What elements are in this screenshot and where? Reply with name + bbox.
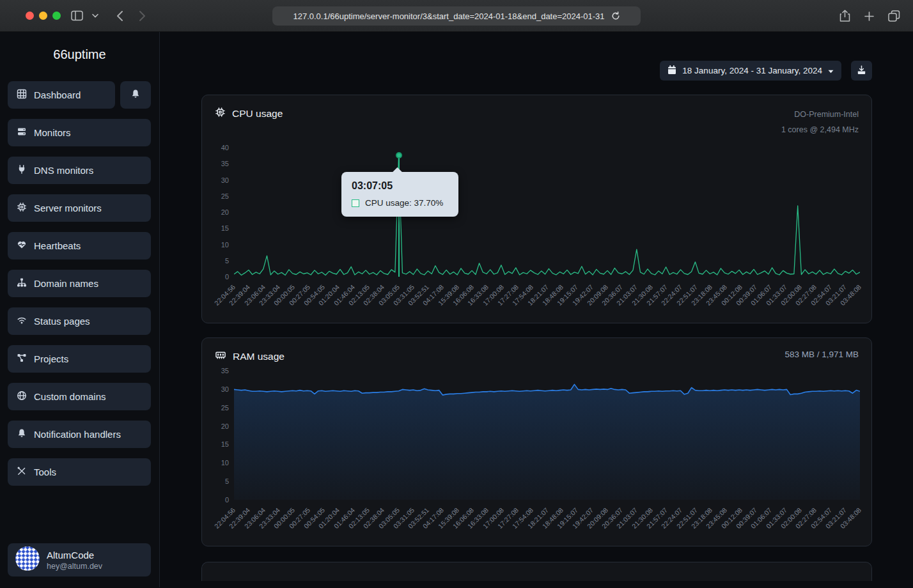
url-text: 127.0.0.1/66uptime/server-monitor/3&star… [293, 12, 604, 21]
chart-tooltip: 03:07:05 CPU usage: 37.70% [341, 172, 458, 217]
tooltip-series-swatch [352, 199, 359, 207]
sidebar-item-custom-domains[interactable]: Custom domains [8, 383, 151, 410]
url-field[interactable]: 127.0.0.1/66uptime/server-monitor/3&star… [272, 6, 641, 26]
reload-icon[interactable] [611, 12, 620, 20]
server-spec: 1 cores @ 2,494 MHz [781, 122, 859, 137]
bell-icon [17, 428, 27, 440]
date-range-picker[interactable]: 18 January, 2024 - 31 January, 2024 [660, 61, 841, 81]
tooltip-value: CPU usage: 37.70% [365, 198, 443, 208]
avatar [15, 546, 40, 573]
date-range-label: 18 January, 2024 - 31 January, 2024 [682, 66, 822, 75]
sidebar-item-label: Projects [34, 353, 68, 364]
download-icon [857, 65, 866, 77]
server-name: DO-Premium-Intel [781, 107, 859, 122]
share-icon[interactable] [839, 10, 850, 22]
bell-icon [130, 89, 141, 101]
minimize-window-button[interactable] [39, 12, 47, 20]
sidebar-item-heartbeats[interactable]: Heartbeats [8, 232, 151, 259]
sidebar-item-label: Heartbeats [34, 240, 81, 251]
cpu-chart-plot[interactable]: 03:07:05 CPU usage: 37.70% [234, 148, 860, 277]
sidebar-item-label: Dashboard [34, 89, 81, 100]
chart-title: CPU usage [232, 108, 283, 120]
user-name: AltumCode [47, 550, 102, 561]
main-content: 18 January, 2024 - 31 January, 2024 CPU … [160, 32, 913, 587]
sidebar-item-label: DNS monitors [34, 165, 93, 176]
memory-icon [215, 350, 226, 363]
sidebar-item-label: Server monitors [34, 203, 102, 213]
sidebar-toggle-icon[interactable] [71, 10, 83, 21]
wifi-icon [17, 315, 27, 327]
heart-pulse-icon [17, 240, 27, 252]
cpu-usage-card: CPU usage DO-Premium-Intel 1 cores @ 2,4… [201, 95, 872, 323]
sidebar-item-label: Monitors [34, 127, 71, 138]
plug-icon [17, 164, 27, 176]
back-button-icon[interactable] [116, 10, 123, 22]
brand-logo: 66uptime [0, 47, 159, 62]
next-card-partial [201, 562, 872, 581]
ram-usage-card: RAM usage 583 MB / 1,971 MB 353025201510… [201, 337, 872, 546]
forward-button-icon[interactable] [139, 10, 146, 22]
tab-overview-icon[interactable] [888, 10, 900, 22]
sidebar-item-server-monitors[interactable]: Server monitors [8, 194, 151, 222]
microchip-icon [215, 107, 226, 120]
ram-usage-total: 583 MB / 1,971 MB [784, 350, 859, 359]
sidebar: 66uptime Dashboard Mo [0, 32, 160, 587]
export-download-button[interactable] [851, 61, 872, 81]
sidebar-item-domain-names[interactable]: Domain names [8, 270, 151, 297]
new-tab-icon[interactable] [864, 12, 874, 21]
tooltip-time: 03:07:05 [352, 180, 448, 192]
sidebar-item-status-pages[interactable]: Status pages [8, 307, 151, 335]
user-email: hey@altum.dev [47, 562, 102, 571]
microchip-icon [17, 202, 27, 214]
zoom-window-button[interactable] [52, 12, 61, 20]
ram-chart-plot[interactable] [234, 371, 860, 500]
tools-icon [17, 466, 27, 478]
chevron-down-icon[interactable] [92, 13, 98, 18]
sitemap-icon [17, 277, 27, 290]
chart-title: RAM usage [233, 351, 285, 362]
ram-x-axis: 22:04:5622:39:0423:06:0423:33:0400:00:05… [234, 500, 860, 539]
sidebar-item-label: Domain names [34, 278, 98, 289]
user-account-card[interactable]: AltumCode hey@altum.dev [8, 543, 151, 576]
close-window-button[interactable] [26, 12, 34, 20]
ram-y-axis: 35302520151050 [215, 371, 234, 500]
sidebar-item-label: Notification handlers [34, 429, 121, 440]
browser-chrome: 127.0.0.1/66uptime/server-monitor/3&star… [0, 0, 913, 32]
cpu-y-axis: 4035302520151050 [215, 148, 234, 277]
caret-down-icon [828, 66, 834, 75]
calendar-icon [667, 65, 676, 77]
sidebar-notifications-button[interactable] [120, 81, 151, 109]
server-stack-icon [17, 127, 27, 139]
traffic-lights [26, 12, 61, 20]
dashboard-grid-icon [17, 89, 27, 101]
sidebar-item-tools[interactable]: Tools [8, 458, 151, 486]
sidebar-item-label: Tools [34, 467, 56, 477]
share-nodes-icon [17, 353, 27, 365]
sidebar-item-dashboard[interactable]: Dashboard [8, 81, 115, 109]
globe-icon [17, 391, 27, 403]
sidebar-item-label: Custom domains [34, 391, 106, 402]
sidebar-item-notification-handlers[interactable]: Notification handlers [8, 421, 151, 448]
sidebar-item-label: Status pages [34, 316, 90, 327]
sidebar-item-projects[interactable]: Projects [8, 345, 151, 373]
tooltip-cursor-dot [396, 152, 402, 159]
cpu-x-axis: 22:04:5622:39:0423:06:0423:33:0400:00:05… [234, 277, 860, 316]
sidebar-item-dns-monitors[interactable]: DNS monitors [8, 157, 151, 184]
sidebar-item-monitors[interactable]: Monitors [8, 119, 151, 146]
